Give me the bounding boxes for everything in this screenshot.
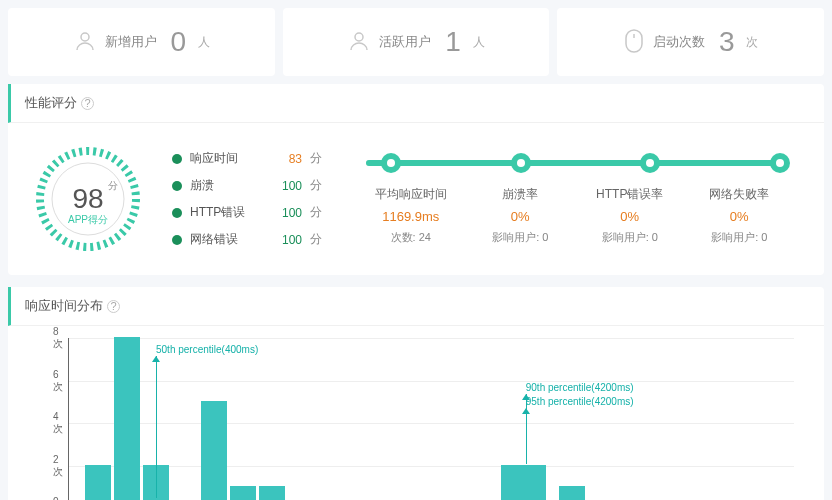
percentile-annotation: 50th percentile(400ms) [156, 344, 258, 355]
mouse-icon [623, 28, 645, 57]
y-tick: 6次 [53, 368, 63, 393]
percentile-annotation: 95th percentile(4200ms) [526, 396, 634, 407]
percentile-annotation: 90th percentile(4200ms) [526, 382, 634, 393]
metric-unit: 分 [310, 204, 322, 221]
metric-row: HTTP错误 100分 [172, 204, 322, 221]
panel-title: 性能评分 [25, 94, 77, 112]
metric-name: 响应时间 [190, 150, 281, 167]
gauge-label: APP得分 [28, 213, 148, 227]
track-node[interactable] [770, 153, 790, 173]
stat-label: 新增用户 [105, 33, 157, 51]
track-col-sub: 次数: 24 [356, 230, 466, 245]
chart-bar[interactable] [520, 465, 546, 501]
metric-row: 网络错误 100分 [172, 231, 322, 248]
chart-bar[interactable] [201, 401, 227, 500]
metric-score: 100 [282, 179, 302, 193]
panel-header: 响应时间分布 ? [8, 287, 824, 326]
stat-unit: 次 [746, 34, 758, 51]
chart-bar[interactable] [559, 486, 585, 500]
metric-row: 崩溃 100分 [172, 177, 322, 194]
response-time-chart: 0次2次4次6次8次100 ms400 ms700 ms1000 ms2200 … [68, 338, 794, 500]
stat-unit: 人 [473, 34, 485, 51]
y-tick: 2次 [53, 453, 63, 478]
track-col-title: HTTP错误率 [575, 186, 685, 203]
y-tick: 4次 [53, 411, 63, 436]
metric-score: 100 [282, 206, 302, 220]
stat-value: 0 [171, 26, 187, 58]
stat-label: 活跃用户 [379, 33, 431, 51]
gauge-score: 98 [28, 183, 148, 215]
svg-point-0 [81, 33, 89, 41]
progress-track [366, 160, 784, 166]
metric-row: 响应时间 83分 [172, 150, 322, 167]
dot-icon [172, 154, 182, 164]
track-col-value: 0% [466, 209, 576, 224]
track-col-title: 崩溃率 [466, 186, 576, 203]
track-col-value: 0% [575, 209, 685, 224]
track-col-sub: 影响用户: 0 [685, 230, 795, 245]
dot-icon [172, 181, 182, 191]
stats-row: 新增用户 0 人 活跃用户 1 人 启动次数 3 次 [0, 0, 832, 84]
svg-rect-2 [626, 30, 642, 52]
y-tick: 8次 [53, 326, 63, 351]
metric-score: 100 [282, 233, 302, 247]
metric-unit: 分 [310, 177, 322, 194]
track-col-title: 网络失败率 [685, 186, 795, 203]
dot-icon [172, 208, 182, 218]
metric-unit: 分 [310, 231, 322, 248]
metric-name: HTTP错误 [190, 204, 274, 221]
track-col-value: 0% [685, 209, 795, 224]
track-node[interactable] [640, 153, 660, 173]
y-tick: 0次 [53, 496, 63, 501]
metric-name: 网络错误 [190, 231, 274, 248]
track-node[interactable] [381, 153, 401, 173]
stat-launches: 启动次数 3 次 [557, 8, 824, 76]
stat-unit: 人 [198, 34, 210, 51]
chart-bar[interactable] [114, 337, 140, 500]
gauge-suffix: 分 [108, 179, 118, 193]
track-section: 平均响应时间 1169.9ms 次数: 24崩溃率 0% 影响用户: 0HTTP… [346, 154, 804, 245]
user-icon [73, 29, 97, 56]
score-gauge: 98 分 APP得分 [28, 139, 148, 259]
track-node[interactable] [511, 153, 531, 173]
chart-bar[interactable] [230, 486, 256, 500]
track-column: 网络失败率 0% 影响用户: 0 [685, 186, 795, 245]
metrics-list: 响应时间 83分 崩溃 100分 HTTP错误 100分 网络错误 100分 [172, 150, 322, 248]
dot-icon [172, 235, 182, 245]
metric-score: 83 [289, 152, 302, 166]
distribution-panel: 响应时间分布 ? 0次2次4次6次8次100 ms400 ms700 ms100… [8, 287, 824, 500]
track-column: 崩溃率 0% 影响用户: 0 [466, 186, 576, 245]
help-icon[interactable]: ? [81, 97, 94, 110]
chart-bar[interactable] [85, 465, 111, 501]
panel-title: 响应时间分布 [25, 297, 103, 315]
track-column: HTTP错误率 0% 影响用户: 0 [575, 186, 685, 245]
stat-value: 3 [719, 26, 735, 58]
stat-active-users: 活跃用户 1 人 [283, 8, 550, 76]
svg-point-1 [355, 33, 363, 41]
help-icon[interactable]: ? [107, 300, 120, 313]
track-column: 平均响应时间 1169.9ms 次数: 24 [356, 186, 466, 245]
track-col-sub: 影响用户: 0 [575, 230, 685, 245]
metric-unit: 分 [310, 150, 322, 167]
stat-label: 启动次数 [653, 33, 705, 51]
track-col-title: 平均响应时间 [356, 186, 466, 203]
user-icon [347, 29, 371, 56]
track-col-sub: 影响用户: 0 [466, 230, 576, 245]
chart-bar[interactable] [259, 486, 285, 500]
track-col-value: 1169.9ms [356, 209, 466, 224]
metric-name: 崩溃 [190, 177, 274, 194]
score-panel: 性能评分 ? 98 分 APP得分 响应时间 83分 崩溃 100分 HTTP错… [8, 84, 824, 275]
stat-new-users: 新增用户 0 人 [8, 8, 275, 76]
stat-value: 1 [445, 26, 461, 58]
panel-header: 性能评分 ? [8, 84, 824, 123]
